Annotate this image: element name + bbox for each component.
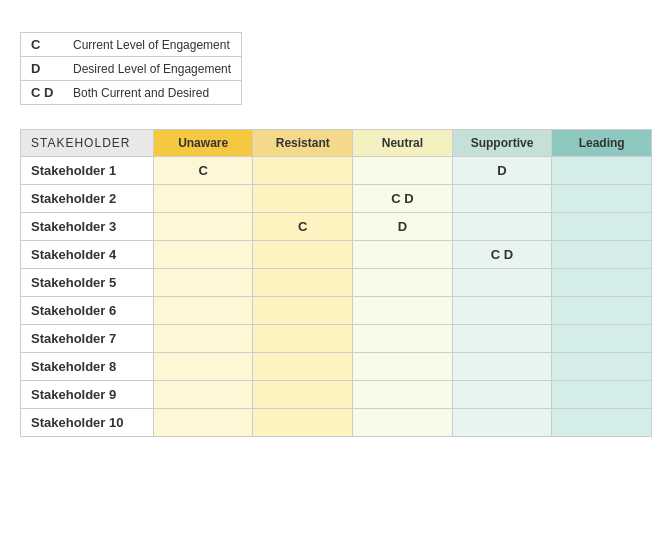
cell-value-name-row2: Stakeholder 2	[31, 191, 116, 206]
cell-resistant-row10	[253, 409, 353, 437]
cell-value-resistant-row3: C	[298, 219, 307, 234]
cell-leading-row9	[552, 381, 652, 409]
cell-neutral-row8	[353, 353, 453, 381]
cell-value-name-row4: Stakeholder 4	[31, 247, 116, 262]
cell-value-name-row10: Stakeholder 10	[31, 415, 124, 430]
cell-name-row2: Stakeholder 2	[21, 185, 154, 213]
table-row: Stakeholder 2C D	[21, 185, 652, 213]
unaware-header: Unaware	[153, 130, 253, 157]
table-row: Stakeholder 7	[21, 325, 652, 353]
cell-value-name-row7: Stakeholder 7	[31, 331, 116, 346]
cell-leading-row7	[552, 325, 652, 353]
cell-neutral-row7	[353, 325, 453, 353]
resistant-header: Resistant	[253, 130, 353, 157]
cell-supportive-row2	[452, 185, 552, 213]
table-row: Stakeholder 9	[21, 381, 652, 409]
cell-value-supportive-row1: D	[497, 163, 506, 178]
cell-resistant-row8	[253, 353, 353, 381]
cell-supportive-row6	[452, 297, 552, 325]
neutral-header: Neutral	[353, 130, 453, 157]
cell-value-name-row6: Stakeholder 6	[31, 303, 116, 318]
cell-supportive-row1: D	[452, 157, 552, 185]
cell-unaware-row10	[153, 409, 253, 437]
table-row: Stakeholder 8	[21, 353, 652, 381]
legend-key: D	[31, 61, 59, 76]
cell-supportive-row10	[452, 409, 552, 437]
cell-name-row3: Stakeholder 3	[21, 213, 154, 241]
stakeholder-header: STAKEHOLDER	[21, 130, 154, 157]
cell-leading-row4	[552, 241, 652, 269]
cell-value-supportive-row4: C D	[491, 247, 513, 262]
cell-resistant-row2	[253, 185, 353, 213]
cell-neutral-row6	[353, 297, 453, 325]
cell-neutral-row10	[353, 409, 453, 437]
cell-neutral-row4	[353, 241, 453, 269]
table-row: Stakeholder 6	[21, 297, 652, 325]
cell-leading-row3	[552, 213, 652, 241]
cell-leading-row1	[552, 157, 652, 185]
cell-neutral-row9	[353, 381, 453, 409]
cell-name-row5: Stakeholder 5	[21, 269, 154, 297]
cell-supportive-row7	[452, 325, 552, 353]
legend-label: Current Level of Engagement	[73, 38, 230, 52]
cell-value-unaware-row1: C	[198, 163, 207, 178]
cell-leading-row8	[552, 353, 652, 381]
legend-label: Both Current and Desired	[73, 86, 209, 100]
cell-supportive-row8	[452, 353, 552, 381]
supportive-header: Supportive	[452, 130, 552, 157]
cell-unaware-row7	[153, 325, 253, 353]
cell-name-row8: Stakeholder 8	[21, 353, 154, 381]
leading-header: Leading	[552, 130, 652, 157]
cell-value-name-row1: Stakeholder 1	[31, 163, 116, 178]
cell-resistant-row7	[253, 325, 353, 353]
cell-neutral-row5	[353, 269, 453, 297]
cell-unaware-row1: C	[153, 157, 253, 185]
legend-row: D Desired Level of Engagement	[21, 57, 241, 81]
table-row: Stakeholder 1CD	[21, 157, 652, 185]
cell-resistant-row4	[253, 241, 353, 269]
cell-leading-row10	[552, 409, 652, 437]
cell-name-row4: Stakeholder 4	[21, 241, 154, 269]
cell-unaware-row3	[153, 213, 253, 241]
cell-name-row9: Stakeholder 9	[21, 381, 154, 409]
cell-unaware-row2	[153, 185, 253, 213]
cell-unaware-row6	[153, 297, 253, 325]
legend-row: C D Both Current and Desired	[21, 81, 241, 104]
cell-resistant-row5	[253, 269, 353, 297]
cell-leading-row5	[552, 269, 652, 297]
cell-supportive-row9	[452, 381, 552, 409]
cell-name-row10: Stakeholder 10	[21, 409, 154, 437]
cell-resistant-row6	[253, 297, 353, 325]
cell-name-row7: Stakeholder 7	[21, 325, 154, 353]
cell-unaware-row9	[153, 381, 253, 409]
cell-value-name-row5: Stakeholder 5	[31, 275, 116, 290]
cell-resistant-row3: C	[253, 213, 353, 241]
cell-unaware-row8	[153, 353, 253, 381]
cell-resistant-row9	[253, 381, 353, 409]
table-row: Stakeholder 4C D	[21, 241, 652, 269]
cell-neutral-row2: C D	[353, 185, 453, 213]
cell-unaware-row4	[153, 241, 253, 269]
cell-supportive-row3	[452, 213, 552, 241]
cell-supportive-row4: C D	[452, 241, 552, 269]
legend-label: Desired Level of Engagement	[73, 62, 231, 76]
cell-value-name-row3: Stakeholder 3	[31, 219, 116, 234]
cell-neutral-row3: D	[353, 213, 453, 241]
cell-leading-row6	[552, 297, 652, 325]
cell-resistant-row1	[253, 157, 353, 185]
table-row: Stakeholder 3CD	[21, 213, 652, 241]
cell-value-neutral-row2: C D	[391, 191, 413, 206]
cell-supportive-row5	[452, 269, 552, 297]
cell-value-name-row8: Stakeholder 8	[31, 359, 116, 374]
engagement-matrix: STAKEHOLDERUnawareResistantNeutralSuppor…	[20, 129, 652, 437]
cell-value-name-row9: Stakeholder 9	[31, 387, 116, 402]
legend: C Current Level of Engagement D Desired …	[20, 32, 242, 105]
legend-key: C D	[31, 85, 59, 100]
cell-neutral-row1	[353, 157, 453, 185]
legend-row: C Current Level of Engagement	[21, 33, 241, 57]
cell-name-row1: Stakeholder 1	[21, 157, 154, 185]
table-row: Stakeholder 10	[21, 409, 652, 437]
cell-leading-row2	[552, 185, 652, 213]
cell-unaware-row5	[153, 269, 253, 297]
legend-key: C	[31, 37, 59, 52]
